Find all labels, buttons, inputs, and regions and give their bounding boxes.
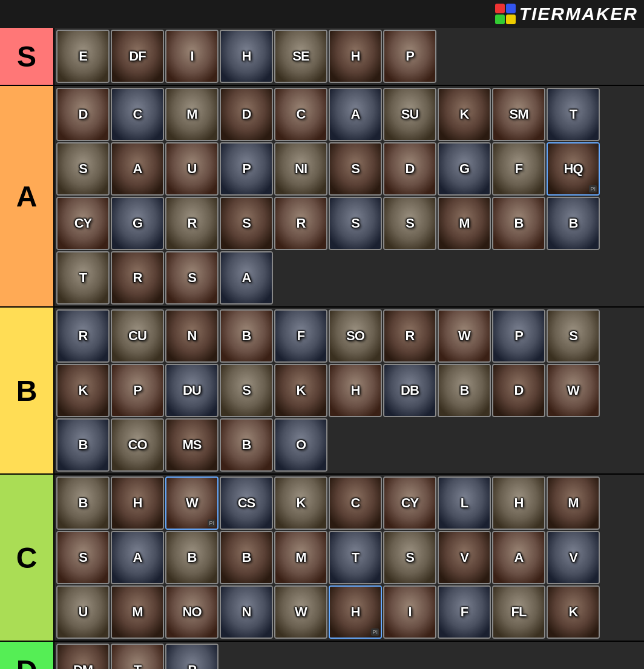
char-card[interactable]: B — [220, 309, 273, 363]
char-card[interactable]: U — [165, 142, 218, 196]
char-card[interactable]: SM — [492, 88, 545, 141]
char-card[interactable]: CU — [111, 309, 164, 363]
char-card[interactable]: I — [383, 585, 436, 639]
char-card[interactable]: A — [111, 531, 164, 584]
char-card[interactable]: B — [547, 197, 600, 250]
char-card[interactable]: T — [329, 531, 382, 584]
char-card[interactable]: S — [383, 531, 436, 584]
char-card[interactable]: F — [438, 585, 491, 639]
char-card[interactable]: SE — [274, 30, 327, 83]
char-card[interactable]: M — [165, 88, 218, 141]
char-card[interactable]: K — [274, 476, 327, 530]
char-card[interactable]: G — [111, 197, 164, 250]
char-card[interactable]: T — [111, 644, 164, 669]
char-card[interactable]: HQPI — [547, 142, 600, 196]
char-card[interactable]: N — [165, 309, 218, 363]
char-card[interactable]: P — [383, 30, 436, 83]
char-card[interactable]: A — [220, 251, 273, 305]
char-card[interactable]: C — [274, 88, 327, 141]
char-card[interactable]: DF — [111, 30, 164, 83]
char-card[interactable]: FL — [492, 585, 545, 639]
char-card[interactable]: MS — [165, 418, 218, 472]
char-card[interactable]: P — [111, 364, 164, 417]
char-card[interactable]: V — [438, 531, 491, 584]
char-card[interactable]: W — [547, 364, 600, 417]
char-card[interactable]: H — [111, 476, 164, 530]
char-card[interactable]: A — [492, 531, 545, 584]
char-card[interactable]: F — [492, 142, 545, 196]
char-card[interactable]: R — [56, 309, 110, 363]
char-card[interactable]: M — [274, 531, 327, 584]
char-abbreviation: S — [79, 162, 87, 176]
char-card[interactable]: B — [56, 476, 110, 530]
char-card[interactable]: D — [492, 364, 545, 417]
char-card[interactable]: C — [111, 88, 164, 141]
char-card[interactable]: B — [220, 531, 273, 584]
char-card[interactable]: DU — [165, 364, 218, 417]
char-card[interactable]: H — [329, 30, 382, 83]
char-card[interactable]: C — [329, 476, 382, 530]
char-card[interactable]: S — [56, 142, 110, 196]
char-card[interactable]: U — [56, 585, 110, 639]
char-card[interactable]: H — [220, 30, 273, 83]
char-card[interactable]: HPI — [329, 585, 382, 639]
char-card[interactable]: P — [220, 142, 273, 196]
char-card[interactable]: K — [438, 88, 491, 141]
char-card[interactable]: S — [329, 142, 382, 196]
char-card[interactable]: G — [438, 142, 491, 196]
char-card[interactable]: W — [438, 309, 491, 363]
char-card[interactable]: CY — [56, 197, 110, 250]
char-card[interactable]: P — [492, 309, 545, 363]
char-card[interactable]: B — [492, 197, 545, 250]
char-card[interactable]: DM — [56, 644, 110, 669]
char-card[interactable]: B — [220, 418, 273, 472]
char-card[interactable]: O — [274, 418, 327, 472]
char-card[interactable]: M — [547, 476, 600, 530]
char-card[interactable]: D — [220, 88, 273, 141]
char-card[interactable]: A — [329, 88, 382, 141]
char-card[interactable]: R — [165, 197, 218, 250]
char-card[interactable]: N — [220, 585, 273, 639]
char-card[interactable]: T — [56, 251, 110, 305]
char-card[interactable]: S — [56, 531, 110, 584]
char-card[interactable]: DB — [383, 364, 436, 417]
char-card[interactable]: S — [329, 197, 382, 250]
char-card[interactable]: K — [547, 585, 600, 639]
char-card[interactable]: H — [329, 364, 382, 417]
char-card[interactable]: R — [383, 309, 436, 363]
char-card[interactable]: A — [111, 142, 164, 196]
char-card[interactable]: T — [547, 88, 600, 141]
char-card[interactable]: CO — [111, 418, 164, 472]
char-card[interactable]: D — [383, 142, 436, 196]
char-card[interactable]: P — [165, 644, 218, 669]
char-card[interactable]: CY — [383, 476, 436, 530]
char-card[interactable]: SO — [329, 309, 382, 363]
char-card[interactable]: D — [56, 88, 110, 141]
char-card[interactable]: F — [274, 309, 327, 363]
char-card[interactable]: S — [220, 364, 273, 417]
char-card[interactable]: NO — [165, 585, 218, 639]
char-card[interactable]: M — [438, 197, 491, 250]
char-card[interactable]: E — [56, 30, 110, 83]
char-card[interactable]: H — [492, 476, 545, 530]
char-card[interactable]: W — [274, 585, 327, 639]
char-card[interactable]: S — [383, 197, 436, 250]
char-card[interactable]: WPI — [165, 476, 218, 530]
char-card[interactable]: S — [165, 251, 218, 305]
char-card[interactable]: L — [438, 476, 491, 530]
char-card[interactable]: I — [165, 30, 218, 83]
char-card[interactable]: CS — [220, 476, 273, 530]
char-card[interactable]: NI — [274, 142, 327, 196]
char-card[interactable]: K — [274, 364, 327, 417]
char-card[interactable]: B — [56, 418, 110, 472]
char-card[interactable]: R — [274, 197, 327, 250]
char-card[interactable]: R — [111, 251, 164, 305]
char-card[interactable]: M — [111, 585, 164, 639]
char-card[interactable]: B — [165, 531, 218, 584]
char-card[interactable]: K — [56, 364, 110, 417]
char-card[interactable]: V — [547, 531, 600, 584]
char-card[interactable]: S — [547, 309, 600, 363]
char-card[interactable]: S — [220, 197, 273, 250]
char-card[interactable]: B — [438, 364, 491, 417]
char-card[interactable]: SU — [383, 88, 436, 141]
